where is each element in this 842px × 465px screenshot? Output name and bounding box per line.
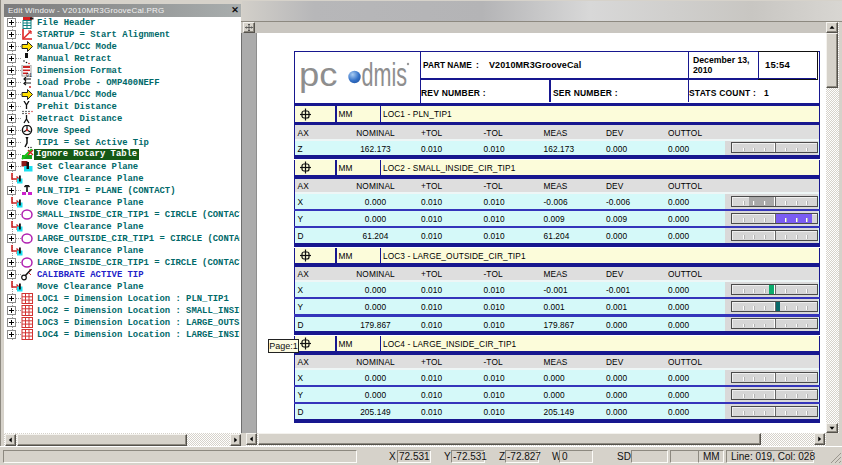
svg-text:pc: pc xyxy=(299,55,338,93)
svg-text:dmis: dmis xyxy=(362,55,408,93)
